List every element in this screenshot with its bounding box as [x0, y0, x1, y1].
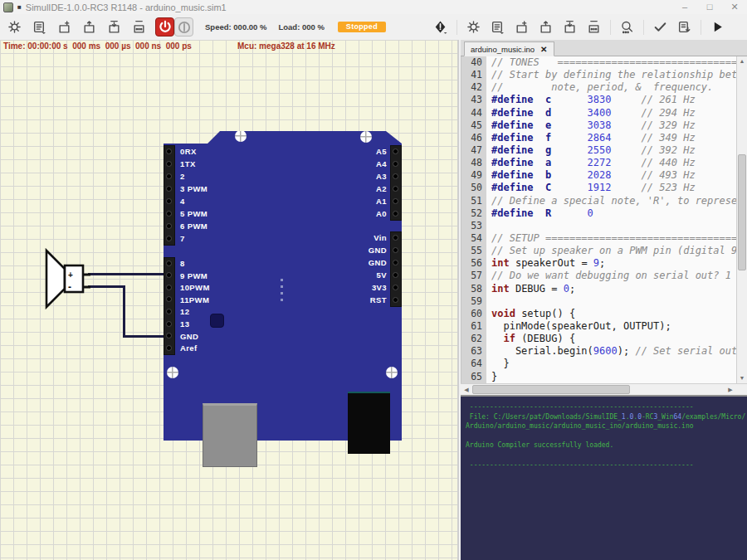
settings-icon[interactable]	[466, 19, 481, 35]
power-button[interactable]	[155, 17, 174, 37]
digital-pin-4[interactable]	[166, 198, 172, 204]
analog-pin-a3[interactable]	[393, 173, 398, 179]
pin-label: GND	[335, 246, 387, 256]
pin-label: A2	[335, 184, 387, 194]
power-pin-5v[interactable]	[393, 272, 398, 278]
analog-pin-a5[interactable]	[393, 149, 398, 154]
wire-speaker-plus-pin9[interactable]	[88, 273, 170, 275]
check-icon[interactable]	[652, 19, 668, 35]
code-line: 45#define e 3038 // 329 Hz	[461, 119, 737, 132]
pin-header-strip	[390, 145, 402, 221]
speaker-component[interactable]: + -	[43, 246, 93, 312]
digital-pin-0rx[interactable]	[166, 149, 172, 154]
digital-pin-1tx[interactable]	[166, 161, 172, 167]
speaker-plus-label: +	[68, 270, 73, 280]
minimize-button[interactable]: –	[672, 0, 697, 14]
circuit-canvas[interactable]: Time: 00:00:00 s 000 ms 000 µs 000 ns 00…	[0, 40, 459, 560]
line-number: 58	[461, 283, 486, 295]
line-number: 47	[461, 144, 486, 157]
wire-speaker-minus-vertical[interactable]	[123, 285, 125, 338]
console-line	[466, 450, 742, 460]
components-icon[interactable]	[32, 19, 47, 35]
digital-pin-13[interactable]	[166, 321, 172, 327]
power-pin-gnd[interactable]	[393, 247, 398, 253]
scroll-right-arrow[interactable]: ▶	[725, 385, 735, 395]
scroll-down-arrow[interactable]: ▼	[737, 373, 747, 383]
code-line: 64 }	[461, 358, 737, 370]
find-icon[interactable]	[619, 19, 635, 35]
editor-horizontal-scrollbar[interactable]: ◀ ▶	[461, 383, 747, 395]
power-pin-vin[interactable]	[393, 235, 398, 241]
pin-label: 11PWM	[180, 295, 209, 305]
analog-pin-a4[interactable]	[393, 161, 398, 167]
digital-pin-3pwm[interactable]	[166, 186, 172, 192]
horizontal-scroll-thumb[interactable]	[472, 385, 630, 394]
open-file-icon[interactable]	[538, 19, 554, 35]
editor-vertical-scrollbar[interactable]: ▲ ▼	[736, 56, 747, 383]
tab-close-icon[interactable]: ✕	[540, 45, 547, 54]
pause-button[interactable]	[174, 17, 193, 37]
pin-label: 7	[180, 234, 185, 244]
digital-pin-12[interactable]	[166, 309, 172, 314]
circuit-info-icon[interactable]	[131, 19, 147, 35]
code-line: 51// Define a special note, 'R', to repr…	[461, 195, 737, 207]
power-pin-rst[interactable]	[393, 297, 398, 303]
digital-pin-2[interactable]	[166, 173, 172, 179]
code-line: 52#define R 0	[461, 207, 737, 220]
upload-icon[interactable]	[710, 19, 725, 35]
console-line: Arduino Compiler successfully loaded.	[466, 441, 742, 450]
close-button[interactable]: ✕	[722, 0, 747, 14]
line-number: 41	[461, 69, 486, 81]
line-number: 44	[461, 107, 486, 119]
save-circuit-icon[interactable]	[106, 19, 122, 35]
digital-pin-8[interactable]	[166, 261, 172, 266]
scroll-left-arrow[interactable]: ◀	[461, 385, 471, 395]
line-number: 55	[461, 245, 486, 257]
pin-label: A1	[335, 197, 387, 207]
wire-speaker-minus[interactable]	[88, 285, 125, 288]
power-pin-gnd[interactable]	[393, 260, 398, 265]
toolbar-separator	[610, 20, 611, 35]
settings-icon[interactable]	[7, 19, 22, 35]
compile-icon[interactable]	[676, 19, 692, 35]
pin-label: 13	[180, 319, 189, 329]
debug-icon[interactable]	[432, 19, 448, 35]
code-line: 43#define c 3830 // 261 Hz	[461, 94, 737, 106]
pin-label: 3 PWM	[180, 184, 208, 194]
code-line: 62 if (DEBUG) {	[461, 333, 737, 345]
console-line: Arduino/arduino_music/arduino_music_ino/…	[466, 421, 742, 431]
files-icon[interactable]	[490, 19, 505, 35]
code-line: 57// Do we want debugging on serial out?…	[461, 270, 737, 282]
digital-pin-7[interactable]	[166, 236, 172, 241]
analog-pin-a2[interactable]	[393, 186, 398, 192]
code-line: 56int speakerOut = 9;	[461, 257, 737, 270]
code-line: 60void setup() {	[461, 308, 737, 320]
load-label: Load: 000 %	[278, 22, 324, 32]
scroll-up-arrow[interactable]: ▲	[737, 56, 747, 66]
compiler-console: ----------------------------------------…	[461, 395, 747, 560]
digital-pin-10pwm[interactable]	[166, 285, 172, 290]
open-circuit-icon[interactable]	[81, 19, 97, 35]
new-circuit-icon[interactable]	[56, 19, 72, 35]
code-line: 41// Start by defining the relationship …	[461, 69, 737, 81]
line-number: 52	[461, 207, 486, 220]
line-number: 64	[461, 358, 486, 370]
maximize-button[interactable]: □	[697, 0, 722, 14]
file-info-icon[interactable]	[586, 19, 602, 35]
speaker-minus-label: -	[68, 281, 71, 293]
vertical-scroll-thumb[interactable]	[738, 154, 746, 270]
tab-arduino-music-ino[interactable]: arduino_music.ino ✕	[464, 41, 554, 56]
analog-pin-a0[interactable]	[393, 211, 398, 217]
line-number: 45	[461, 119, 486, 132]
save-file-icon[interactable]	[562, 19, 578, 35]
new-file-icon[interactable]	[514, 19, 530, 35]
power-pin-3v3[interactable]	[393, 285, 398, 290]
digital-pin-6pwm[interactable]	[166, 223, 172, 229]
line-number: 42	[461, 81, 486, 94]
pin-header-strip	[390, 231, 402, 307]
digital-pin-aref[interactable]	[166, 345, 172, 351]
line-number: 62	[461, 333, 486, 345]
digital-pin-5pwm[interactable]	[166, 211, 172, 217]
analog-pin-a1[interactable]	[393, 198, 398, 204]
code-editor[interactable]: 40// TONES =============================…	[461, 56, 747, 383]
